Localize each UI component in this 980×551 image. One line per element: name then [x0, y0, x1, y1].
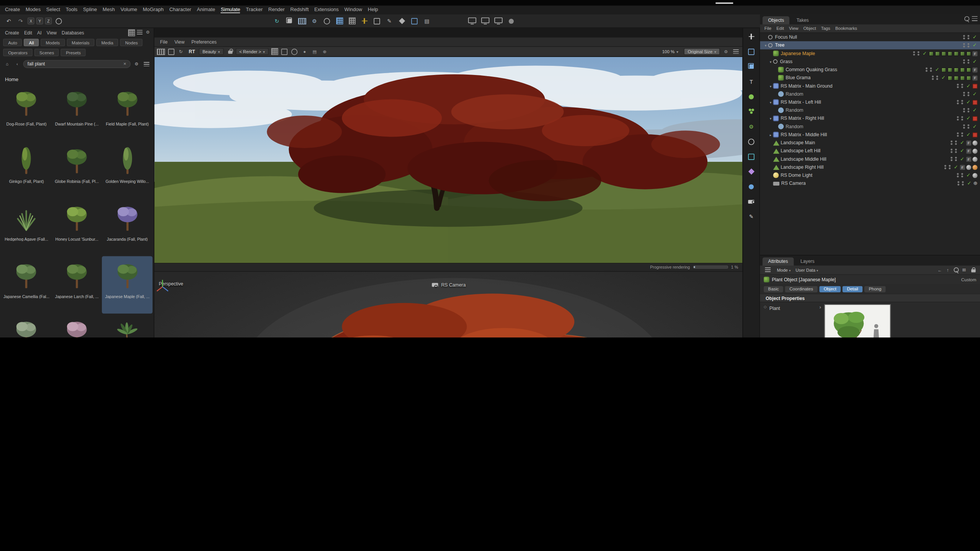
visibility-dots[interactable]: [951, 148, 952, 153]
viewport-camera-label[interactable]: RS Camera: [154, 281, 742, 289]
attr-tab-phong[interactable]: Phong: [864, 286, 886, 292]
pen-tool-icon[interactable]: ✎: [746, 212, 756, 221]
layout-standard-icon[interactable]: [467, 16, 477, 25]
render-dots[interactable]: [949, 165, 951, 170]
tab-objects[interactable]: Objects: [763, 16, 790, 24]
enabled-check-icon[interactable]: ✓: [934, 67, 940, 73]
filter-presets[interactable]: Presets: [61, 49, 86, 56]
grid-item[interactable]: Honey Locust 'Sunbur...: [52, 199, 102, 256]
visibility-dots[interactable]: [957, 83, 959, 88]
visibility-dots[interactable]: [963, 43, 965, 47]
visibility-dots[interactable]: [957, 116, 959, 121]
account-icon[interactable]: [506, 16, 516, 25]
attr-find-icon[interactable]: [952, 266, 960, 274]
filter-scenes[interactable]: Scenes: [34, 49, 59, 56]
object-row-random[interactable]: Random✓: [760, 90, 980, 98]
grid-item[interactable]: Jacaranda (Fall, Plant): [102, 199, 153, 256]
axis-mode-icon[interactable]: [359, 16, 369, 25]
om-menu-icon[interactable]: [971, 15, 979, 23]
enabled-check-icon[interactable]: ✓: [972, 59, 978, 64]
enabled-check-icon[interactable]: ✓: [972, 34, 978, 40]
menu-redshift[interactable]: Redshift: [290, 7, 309, 13]
visibility-dots[interactable]: [963, 59, 965, 64]
attr-grid-icon[interactable]: ⊞: [960, 266, 968, 274]
dof-preview-icon[interactable]: [291, 48, 299, 55]
grid-item[interactable]: Dwarf Mountain Pine (...: [52, 84, 102, 141]
object-properties-header[interactable]: Object Properties: [760, 293, 980, 302]
grid-item[interactable]: Japanese Maple (Fall, ...: [102, 256, 153, 313]
F-tag-icon[interactable]: F: [972, 75, 977, 80]
enabled-check-icon[interactable]: ✓: [953, 164, 959, 170]
redo-icon[interactable]: ↷: [16, 16, 26, 25]
target-tag-icon[interactable]: ⊕: [973, 181, 978, 186]
mode-dropdown[interactable]: Mode ▾: [777, 268, 791, 272]
mirror-tool-icon[interactable]: [372, 16, 382, 25]
cube-tag-icon[interactable]: [972, 83, 977, 88]
material-thumb[interactable]: [935, 51, 940, 56]
om-menu-file[interactable]: File: [764, 26, 771, 31]
user-data-dropdown[interactable]: User Data ▾: [795, 268, 818, 272]
renderview-menu-icon[interactable]: [732, 48, 740, 55]
visibility-dots[interactable]: [963, 92, 965, 96]
object-row-random[interactable]: Random✓: [760, 106, 980, 114]
object-row-rs-dome-light[interactable]: RS Dome Light✓: [760, 171, 980, 179]
material-thumb[interactable]: [966, 51, 971, 56]
render-dots[interactable]: [930, 67, 932, 72]
paint-tool-icon[interactable]: ✎: [384, 16, 394, 25]
ab-menu-view[interactable]: View: [47, 30, 57, 36]
spline-object-icon[interactable]: [746, 137, 756, 146]
grid-item[interactable]: Dog-Rose (Fall, Plant): [1, 84, 52, 141]
sky-object-icon[interactable]: [746, 182, 756, 191]
F-tag-icon[interactable]: F: [966, 140, 971, 145]
object-row-blue-grama[interactable]: Blue Grama✓F: [760, 74, 980, 82]
home-icon[interactable]: ⌂: [3, 60, 11, 68]
renderview-settings-icon[interactable]: ⚙: [722, 48, 730, 55]
expand-arrow[interactable]: ▾: [768, 116, 773, 120]
size-dropdown[interactable]: Original Size: [684, 48, 720, 55]
camera-object-icon[interactable]: [746, 197, 756, 206]
render-dots[interactable]: [961, 100, 963, 104]
cube-object-icon[interactable]: [746, 62, 756, 71]
object-row-rs-camera[interactable]: RS Camera✓⊕: [760, 179, 980, 187]
enabled-check-icon[interactable]: ✓: [922, 51, 928, 56]
expand-arrow[interactable]: ▾: [768, 84, 773, 88]
object-row-rs-matrix-left-hill[interactable]: ▾RS Matrix - Left Hill✓: [760, 98, 980, 106]
enabled-check-icon[interactable]: ✓: [959, 148, 965, 154]
render-dots[interactable]: [955, 140, 957, 145]
grid-item[interactable]: Golden Weeping Willo...: [102, 141, 153, 199]
undo-icon[interactable]: ↶: [4, 16, 14, 25]
attr-lock-icon[interactable]: [968, 266, 976, 274]
field-object-icon[interactable]: ⚙: [746, 122, 756, 131]
grid-snap-icon[interactable]: [334, 16, 344, 25]
capsule-icon[interactable]: [409, 16, 419, 25]
filter-all[interactable]: All: [24, 39, 39, 46]
menu-character[interactable]: Character: [169, 7, 191, 13]
search-settings-icon[interactable]: ⚙: [132, 60, 140, 68]
menu-tools[interactable]: Tools: [66, 7, 78, 13]
enabled-check-icon[interactable]: ✓: [972, 91, 978, 97]
axis-lock-x[interactable]: X: [28, 18, 34, 24]
render-view-icon[interactable]: [297, 16, 307, 25]
visibility-dots[interactable]: [957, 100, 959, 104]
rv-menu-file[interactable]: File: [160, 39, 168, 45]
enabled-check-icon[interactable]: ✓: [965, 83, 971, 89]
render-dots[interactable]: [961, 132, 963, 137]
zoom-level-dropdown[interactable]: 100 %: [658, 48, 682, 55]
render-dots[interactable]: [967, 59, 969, 64]
object-row-landscape-left-hill[interactable]: Landscape Left Hill✓F: [760, 147, 980, 155]
target-pick-icon[interactable]: ⊕: [320, 48, 328, 55]
attr-tab-coordinates[interactable]: Coordinates: [785, 286, 817, 292]
compare-ab-icon[interactable]: ▤: [310, 48, 318, 55]
visibility-dots[interactable]: [932, 75, 934, 80]
expand-arrow[interactable]: ▾: [763, 43, 768, 47]
filter-materials[interactable]: Materials: [67, 39, 94, 46]
ball-tag-icon[interactable]: [972, 156, 977, 161]
enabled-check-icon[interactable]: ✓: [965, 132, 971, 137]
ab-menu-databases[interactable]: Databases: [62, 30, 84, 36]
clay-toggle-icon[interactable]: ●: [301, 48, 309, 55]
back-icon[interactable]: ‹: [13, 60, 21, 68]
perspective-viewport[interactable]: Perspective RS Camera Place Grid spacing…: [154, 272, 742, 337]
rv-menu-view[interactable]: View: [175, 39, 185, 45]
render-dots[interactable]: [936, 75, 938, 80]
grid-item[interactable]: Kanzan Cherry (Fall, Pl...: [52, 314, 102, 337]
